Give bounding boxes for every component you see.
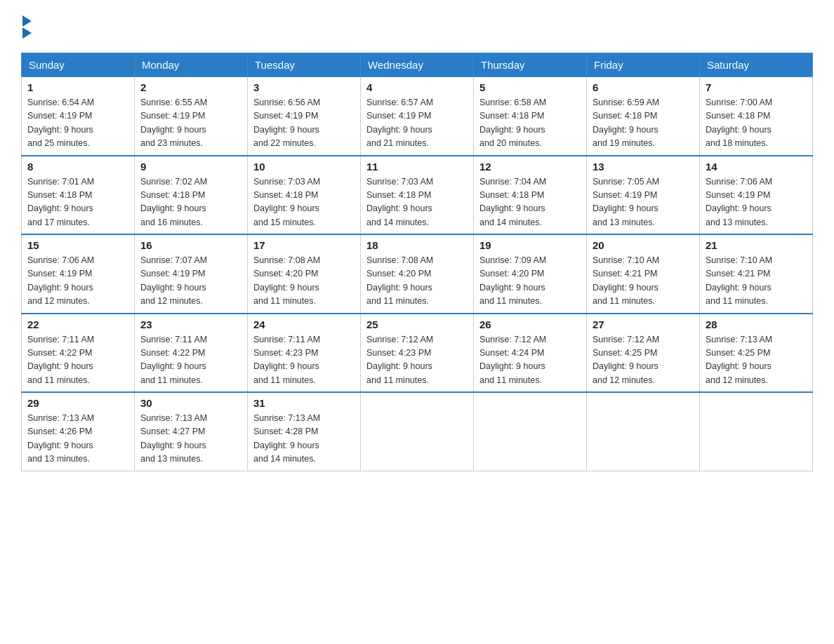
calendar-cell: 26 Sunrise: 7:12 AM Sunset: 4:24 PM Dayl… (474, 314, 587, 393)
day-info: Sunrise: 7:10 AM Sunset: 4:21 PM Dayligh… (593, 254, 694, 309)
week-row-2: 8 Sunrise: 7:01 AM Sunset: 4:18 PM Dayli… (22, 156, 813, 235)
day-info: Sunrise: 7:08 AM Sunset: 4:20 PM Dayligh… (253, 254, 355, 309)
day-number: 11 (366, 161, 468, 173)
day-info: Sunrise: 7:12 AM Sunset: 4:25 PM Dayligh… (593, 333, 694, 388)
calendar-cell: 12 Sunrise: 7:04 AM Sunset: 4:18 PM Dayl… (474, 156, 587, 235)
day-info: Sunrise: 7:12 AM Sunset: 4:23 PM Dayligh… (366, 333, 468, 388)
day-number: 12 (479, 161, 581, 173)
day-number: 9 (140, 161, 241, 173)
header-thursday: Thursday (474, 53, 587, 77)
day-number: 23 (140, 318, 241, 330)
calendar-cell: 19 Sunrise: 7:09 AM Sunset: 4:20 PM Dayl… (474, 234, 587, 314)
day-info: Sunrise: 7:12 AM Sunset: 4:24 PM Dayligh… (479, 333, 581, 388)
logo-arrow-top (22, 15, 32, 27)
day-number: 10 (253, 161, 355, 173)
calendar-cell: 1 Sunrise: 6:54 AM Sunset: 4:19 PM Dayli… (22, 77, 135, 156)
logo-arrow-bottom (22, 27, 32, 39)
calendar-cell: 22 Sunrise: 7:11 AM Sunset: 4:22 PM Dayl… (22, 314, 135, 393)
header-wednesday: Wednesday (361, 53, 474, 77)
day-info: Sunrise: 6:57 AM Sunset: 4:19 PM Dayligh… (366, 96, 468, 151)
day-info: Sunrise: 7:11 AM Sunset: 4:22 PM Dayligh… (27, 333, 128, 388)
weekday-header-row: SundayMondayTuesdayWednesdayThursdayFrid… (22, 53, 813, 77)
day-number: 25 (366, 318, 468, 330)
calendar-cell: 14 Sunrise: 7:06 AM Sunset: 4:19 PM Dayl… (700, 156, 813, 235)
calendar-cell: 9 Sunrise: 7:02 AM Sunset: 4:18 PM Dayli… (135, 156, 248, 235)
day-number: 2 (140, 81, 241, 93)
day-number: 13 (593, 161, 694, 173)
day-info: Sunrise: 6:58 AM Sunset: 4:18 PM Dayligh… (479, 96, 581, 151)
day-number: 7 (706, 81, 807, 93)
day-info: Sunrise: 7:02 AM Sunset: 4:18 PM Dayligh… (140, 175, 241, 230)
day-number: 14 (706, 161, 807, 173)
header-monday: Monday (135, 53, 248, 77)
day-number: 5 (479, 81, 581, 93)
calendar-cell: 16 Sunrise: 7:07 AM Sunset: 4:19 PM Dayl… (135, 234, 248, 314)
calendar-cell (700, 392, 813, 471)
day-number: 16 (140, 239, 241, 251)
day-number: 6 (593, 81, 694, 93)
calendar-cell: 27 Sunrise: 7:12 AM Sunset: 4:25 PM Dayl… (587, 314, 700, 393)
calendar-cell: 30 Sunrise: 7:13 AM Sunset: 4:27 PM Dayl… (135, 392, 248, 471)
day-info: Sunrise: 6:55 AM Sunset: 4:19 PM Dayligh… (140, 96, 241, 151)
day-info: Sunrise: 7:11 AM Sunset: 4:23 PM Dayligh… (253, 333, 355, 388)
calendar-cell: 8 Sunrise: 7:01 AM Sunset: 4:18 PM Dayli… (22, 156, 135, 235)
week-row-4: 22 Sunrise: 7:11 AM Sunset: 4:22 PM Dayl… (22, 314, 813, 393)
day-info: Sunrise: 7:00 AM Sunset: 4:18 PM Dayligh… (706, 96, 807, 151)
calendar-cell (361, 392, 474, 471)
calendar-cell: 7 Sunrise: 7:00 AM Sunset: 4:18 PM Dayli… (700, 77, 813, 156)
day-number: 22 (27, 318, 128, 330)
day-number: 8 (27, 161, 128, 173)
day-info: Sunrise: 7:08 AM Sunset: 4:20 PM Dayligh… (366, 254, 468, 309)
calendar-cell: 11 Sunrise: 7:03 AM Sunset: 4:18 PM Dayl… (361, 156, 474, 235)
week-row-5: 29 Sunrise: 7:13 AM Sunset: 4:26 PM Dayl… (22, 392, 813, 471)
day-number: 29 (27, 397, 128, 409)
week-row-3: 15 Sunrise: 7:06 AM Sunset: 4:19 PM Dayl… (22, 234, 813, 314)
calendar-cell: 15 Sunrise: 7:06 AM Sunset: 4:19 PM Dayl… (22, 234, 135, 314)
logo[interactable] (21, 14, 32, 39)
day-number: 1 (27, 81, 128, 93)
header-tuesday: Tuesday (248, 53, 361, 77)
header-friday: Friday (587, 53, 700, 77)
day-number: 20 (593, 239, 694, 251)
header-sunday: Sunday (22, 53, 135, 77)
page-header (21, 14, 813, 39)
calendar-cell: 4 Sunrise: 6:57 AM Sunset: 4:19 PM Dayli… (361, 77, 474, 156)
day-info: Sunrise: 7:11 AM Sunset: 4:22 PM Dayligh… (140, 333, 241, 388)
calendar-cell: 18 Sunrise: 7:08 AM Sunset: 4:20 PM Dayl… (361, 234, 474, 314)
calendar-cell: 28 Sunrise: 7:13 AM Sunset: 4:25 PM Dayl… (700, 314, 813, 393)
calendar-cell: 21 Sunrise: 7:10 AM Sunset: 4:21 PM Dayl… (700, 234, 813, 314)
day-number: 15 (27, 239, 128, 251)
calendar-cell: 23 Sunrise: 7:11 AM Sunset: 4:22 PM Dayl… (135, 314, 248, 393)
calendar-cell: 31 Sunrise: 7:13 AM Sunset: 4:28 PM Dayl… (248, 392, 361, 471)
header-saturday: Saturday (700, 53, 813, 77)
day-number: 19 (479, 239, 581, 251)
calendar-cell: 17 Sunrise: 7:08 AM Sunset: 4:20 PM Dayl… (248, 234, 361, 314)
day-info: Sunrise: 7:03 AM Sunset: 4:18 PM Dayligh… (366, 175, 468, 230)
calendar-table: SundayMondayTuesdayWednesdayThursdayFrid… (21, 53, 813, 471)
day-info: Sunrise: 7:13 AM Sunset: 4:25 PM Dayligh… (706, 333, 807, 388)
day-info: Sunrise: 7:04 AM Sunset: 4:18 PM Dayligh… (479, 175, 581, 230)
day-number: 4 (366, 81, 468, 93)
day-info: Sunrise: 7:01 AM Sunset: 4:18 PM Dayligh… (27, 175, 128, 230)
day-number: 26 (479, 318, 581, 330)
calendar-cell: 3 Sunrise: 6:56 AM Sunset: 4:19 PM Dayli… (248, 77, 361, 156)
day-number: 3 (253, 81, 355, 93)
day-number: 17 (253, 239, 355, 251)
day-info: Sunrise: 7:13 AM Sunset: 4:27 PM Dayligh… (140, 412, 241, 467)
calendar-cell: 25 Sunrise: 7:12 AM Sunset: 4:23 PM Dayl… (361, 314, 474, 393)
day-number: 31 (253, 397, 355, 409)
day-number: 28 (706, 318, 807, 330)
day-number: 30 (140, 397, 241, 409)
day-info: Sunrise: 6:54 AM Sunset: 4:19 PM Dayligh… (27, 96, 128, 151)
day-info: Sunrise: 6:59 AM Sunset: 4:18 PM Dayligh… (593, 96, 694, 151)
day-info: Sunrise: 7:13 AM Sunset: 4:28 PM Dayligh… (253, 412, 355, 467)
day-info: Sunrise: 7:07 AM Sunset: 4:19 PM Dayligh… (140, 254, 241, 309)
calendar-cell: 24 Sunrise: 7:11 AM Sunset: 4:23 PM Dayl… (248, 314, 361, 393)
day-info: Sunrise: 7:09 AM Sunset: 4:20 PM Dayligh… (479, 254, 581, 309)
calendar-cell: 20 Sunrise: 7:10 AM Sunset: 4:21 PM Dayl… (587, 234, 700, 314)
calendar-cell: 13 Sunrise: 7:05 AM Sunset: 4:19 PM Dayl… (587, 156, 700, 235)
day-info: Sunrise: 7:06 AM Sunset: 4:19 PM Dayligh… (706, 175, 807, 230)
day-number: 27 (593, 318, 694, 330)
day-info: Sunrise: 6:56 AM Sunset: 4:19 PM Dayligh… (253, 96, 355, 151)
day-info: Sunrise: 7:13 AM Sunset: 4:26 PM Dayligh… (27, 412, 128, 467)
